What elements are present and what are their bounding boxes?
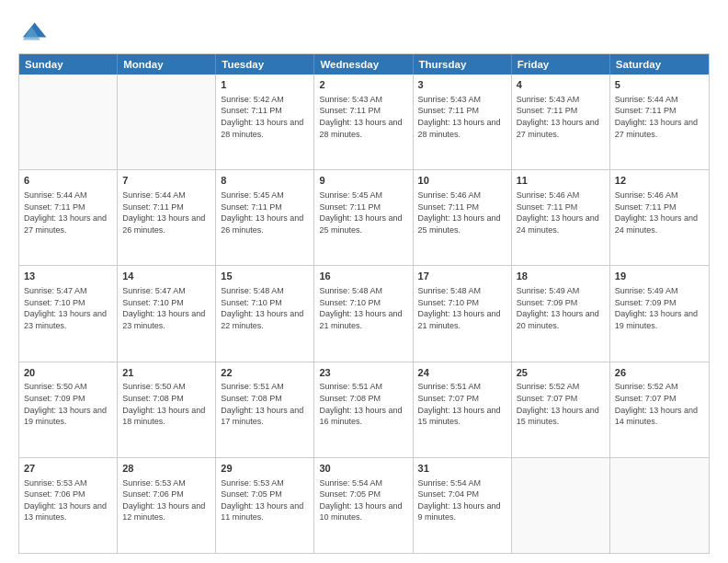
cal-header-friday: Friday: [512, 54, 610, 75]
cal-week-2: 6Sunrise: 5:44 AM Sunset: 7:11 PM Daylig…: [19, 170, 709, 266]
cell-info: Sunrise: 5:54 AM Sunset: 7:05 PM Dayligh…: [319, 477, 407, 523]
cal-cell: [610, 458, 709, 553]
cell-info: Sunrise: 5:46 AM Sunset: 7:11 PM Dayligh…: [418, 190, 506, 236]
cell-info: Sunrise: 5:44 AM Sunset: 7:11 PM Dayligh…: [615, 94, 704, 140]
cell-info: Sunrise: 5:49 AM Sunset: 7:09 PM Dayligh…: [517, 285, 605, 331]
cal-cell: 21Sunrise: 5:50 AM Sunset: 7:08 PM Dayli…: [118, 362, 216, 457]
cal-cell: 31Sunrise: 5:54 AM Sunset: 7:04 PM Dayli…: [414, 458, 512, 553]
cal-cell: 1Sunrise: 5:42 AM Sunset: 7:11 PM Daylig…: [216, 75, 314, 169]
day-number: 22: [221, 366, 309, 380]
cell-info: Sunrise: 5:54 AM Sunset: 7:04 PM Dayligh…: [418, 477, 506, 523]
cal-week-3: 13Sunrise: 5:47 AM Sunset: 7:10 PM Dayli…: [19, 266, 709, 362]
cell-info: Sunrise: 5:44 AM Sunset: 7:11 PM Dayligh…: [122, 190, 210, 236]
cal-cell: 5Sunrise: 5:44 AM Sunset: 7:11 PM Daylig…: [610, 75, 709, 169]
cal-cell: 2Sunrise: 5:43 AM Sunset: 7:11 PM Daylig…: [314, 75, 413, 169]
day-number: 29: [221, 462, 309, 476]
day-number: 8: [221, 174, 309, 188]
cell-info: Sunrise: 5:46 AM Sunset: 7:11 PM Dayligh…: [517, 190, 605, 236]
cal-cell: 8Sunrise: 5:45 AM Sunset: 7:11 PM Daylig…: [216, 170, 314, 265]
cell-info: Sunrise: 5:43 AM Sunset: 7:11 PM Dayligh…: [319, 94, 407, 140]
cal-cell: 11Sunrise: 5:46 AM Sunset: 7:11 PM Dayli…: [512, 170, 610, 265]
cal-cell: 26Sunrise: 5:52 AM Sunset: 7:07 PM Dayli…: [610, 362, 709, 457]
cal-cell: 29Sunrise: 5:53 AM Sunset: 7:05 PM Dayli…: [216, 458, 314, 553]
day-number: 31: [418, 462, 506, 476]
cal-header-saturday: Saturday: [610, 54, 709, 75]
cal-cell: [118, 75, 216, 169]
calendar-body: 1Sunrise: 5:42 AM Sunset: 7:11 PM Daylig…: [19, 75, 709, 553]
day-number: 13: [24, 270, 112, 283]
day-number: 30: [319, 462, 407, 476]
cal-cell: 15Sunrise: 5:48 AM Sunset: 7:10 PM Dayli…: [216, 266, 314, 361]
cal-cell: 14Sunrise: 5:47 AM Sunset: 7:10 PM Dayli…: [118, 266, 216, 361]
cell-info: Sunrise: 5:45 AM Sunset: 7:11 PM Dayligh…: [221, 190, 309, 236]
day-number: 26: [615, 366, 704, 380]
cal-cell: 30Sunrise: 5:54 AM Sunset: 7:05 PM Dayli…: [314, 458, 413, 553]
day-number: 18: [517, 270, 605, 283]
day-number: 23: [319, 366, 407, 380]
cell-info: Sunrise: 5:48 AM Sunset: 7:10 PM Dayligh…: [418, 285, 506, 331]
cell-info: Sunrise: 5:43 AM Sunset: 7:11 PM Dayligh…: [418, 94, 506, 140]
cal-cell: 6Sunrise: 5:44 AM Sunset: 7:11 PM Daylig…: [19, 170, 118, 265]
day-number: 11: [517, 174, 605, 188]
cell-info: Sunrise: 5:42 AM Sunset: 7:11 PM Dayligh…: [221, 94, 309, 140]
day-number: 5: [615, 78, 704, 92]
cal-cell: 4Sunrise: 5:43 AM Sunset: 7:11 PM Daylig…: [512, 75, 610, 169]
day-number: 28: [122, 462, 210, 476]
cell-info: Sunrise: 5:50 AM Sunset: 7:09 PM Dayligh…: [24, 381, 112, 427]
cal-week-4: 20Sunrise: 5:50 AM Sunset: 7:09 PM Dayli…: [19, 362, 709, 458]
cell-info: Sunrise: 5:51 AM Sunset: 7:08 PM Dayligh…: [319, 381, 407, 427]
cal-cell: 3Sunrise: 5:43 AM Sunset: 7:11 PM Daylig…: [414, 75, 512, 169]
cal-week-1: 1Sunrise: 5:42 AM Sunset: 7:11 PM Daylig…: [19, 75, 709, 170]
cell-info: Sunrise: 5:50 AM Sunset: 7:08 PM Dayligh…: [122, 381, 210, 427]
cell-info: Sunrise: 5:46 AM Sunset: 7:11 PM Dayligh…: [615, 190, 704, 236]
day-number: 14: [122, 270, 210, 283]
cal-cell: 18Sunrise: 5:49 AM Sunset: 7:09 PM Dayli…: [512, 266, 610, 361]
day-number: 4: [517, 78, 605, 92]
cal-cell: [19, 75, 118, 169]
day-number: 21: [122, 366, 210, 380]
day-number: 10: [418, 174, 506, 188]
header: [18, 17, 710, 46]
cell-info: Sunrise: 5:44 AM Sunset: 7:11 PM Dayligh…: [24, 190, 112, 236]
day-number: 7: [122, 174, 210, 188]
cell-info: Sunrise: 5:47 AM Sunset: 7:10 PM Dayligh…: [24, 285, 112, 331]
day-number: 20: [24, 366, 112, 380]
page: SundayMondayTuesdayWednesdayThursdayFrid…: [0, 0, 728, 563]
cal-header-wednesday: Wednesday: [314, 54, 413, 75]
cal-header-monday: Monday: [118, 54, 216, 75]
cal-cell: 22Sunrise: 5:51 AM Sunset: 7:08 PM Dayli…: [216, 362, 314, 457]
cell-info: Sunrise: 5:45 AM Sunset: 7:11 PM Dayligh…: [319, 190, 407, 236]
cell-info: Sunrise: 5:48 AM Sunset: 7:10 PM Dayligh…: [319, 285, 407, 331]
day-number: 2: [319, 78, 407, 92]
logo: [18, 17, 51, 46]
cal-cell: 7Sunrise: 5:44 AM Sunset: 7:11 PM Daylig…: [118, 170, 216, 265]
cal-cell: 12Sunrise: 5:46 AM Sunset: 7:11 PM Dayli…: [610, 170, 709, 265]
day-number: 15: [221, 270, 309, 283]
cal-cell: 25Sunrise: 5:52 AM Sunset: 7:07 PM Dayli…: [512, 362, 610, 457]
day-number: 24: [418, 366, 506, 380]
cal-cell: [512, 458, 610, 553]
day-number: 12: [615, 174, 704, 188]
day-number: 9: [319, 174, 407, 188]
cal-header-sunday: Sunday: [19, 54, 118, 75]
day-number: 19: [615, 270, 704, 283]
cell-info: Sunrise: 5:47 AM Sunset: 7:10 PM Dayligh…: [122, 285, 210, 331]
cell-info: Sunrise: 5:53 AM Sunset: 7:06 PM Dayligh…: [24, 477, 112, 523]
cal-cell: 9Sunrise: 5:45 AM Sunset: 7:11 PM Daylig…: [314, 170, 413, 265]
cell-info: Sunrise: 5:49 AM Sunset: 7:09 PM Dayligh…: [615, 285, 704, 331]
cal-header-tuesday: Tuesday: [216, 54, 314, 75]
day-number: 1: [221, 78, 309, 92]
cal-week-5: 27Sunrise: 5:53 AM Sunset: 7:06 PM Dayli…: [19, 458, 709, 553]
cell-info: Sunrise: 5:52 AM Sunset: 7:07 PM Dayligh…: [615, 381, 704, 427]
cal-header-thursday: Thursday: [414, 54, 512, 75]
calendar: SundayMondayTuesdayWednesdayThursdayFrid…: [18, 53, 710, 554]
cal-cell: 13Sunrise: 5:47 AM Sunset: 7:10 PM Dayli…: [19, 266, 118, 361]
day-number: 6: [24, 174, 112, 188]
day-number: 17: [418, 270, 506, 283]
day-number: 25: [517, 366, 605, 380]
cal-cell: 10Sunrise: 5:46 AM Sunset: 7:11 PM Dayli…: [414, 170, 512, 265]
day-number: 3: [418, 78, 506, 92]
cal-cell: 24Sunrise: 5:51 AM Sunset: 7:07 PM Dayli…: [414, 362, 512, 457]
calendar-header-row: SundayMondayTuesdayWednesdayThursdayFrid…: [19, 54, 709, 75]
cal-cell: 17Sunrise: 5:48 AM Sunset: 7:10 PM Dayli…: [414, 266, 512, 361]
